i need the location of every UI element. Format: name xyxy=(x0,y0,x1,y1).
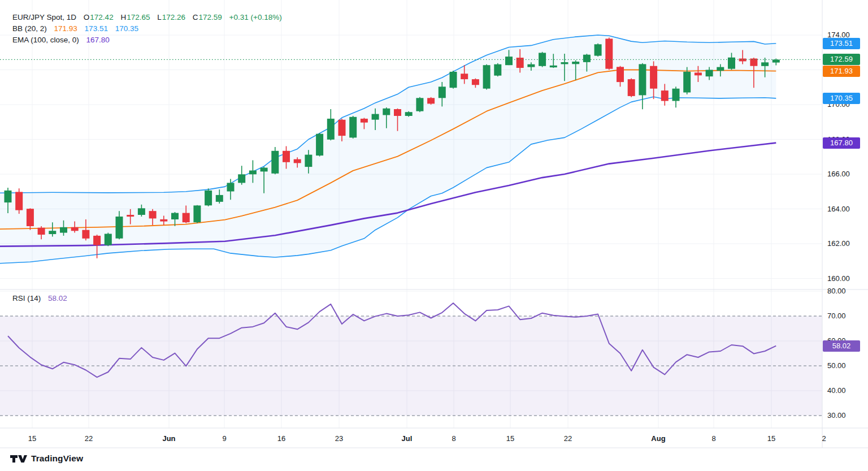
bb-basis-value: 171.93 xyxy=(54,24,77,33)
rsi-value: 58.02 xyxy=(48,294,67,303)
rsi-tick: 30.00 xyxy=(827,411,846,420)
ema-indicator-legend[interactable]: EMA (100, close, 0) 167.80 xyxy=(12,35,110,45)
time-label-15: 15 xyxy=(16,434,48,444)
time-label-8: 8 xyxy=(438,434,470,444)
price-tick: 162.00 xyxy=(827,239,850,248)
rsi-tick: 50.00 xyxy=(827,361,846,370)
change-value: +0.31 (+0.18%) xyxy=(229,13,282,21)
close-value: 172.59 xyxy=(199,13,222,21)
rsi-indicator-legend[interactable]: RSI (14) 58.02 xyxy=(12,293,67,304)
low-label: L xyxy=(157,13,162,21)
price-tick: 166.00 xyxy=(827,170,850,179)
price-badge-173.51: 173.51 xyxy=(823,38,860,49)
time-label-Jun: Jun xyxy=(153,434,185,444)
open-value: 172.42 xyxy=(90,13,113,21)
price-tick: 160.00 xyxy=(827,274,850,283)
price-tick: 164.00 xyxy=(827,205,850,214)
time-label-Aug: Aug xyxy=(643,434,674,444)
rsi-label: RSI (14) xyxy=(12,294,41,303)
close-label: C xyxy=(193,13,198,21)
time-label-15: 15 xyxy=(494,434,526,444)
low-value: 172.26 xyxy=(162,13,185,21)
rsi-pane xyxy=(0,303,822,416)
bb-upper-value: 173.51 xyxy=(85,24,108,33)
time-label-8: 8 xyxy=(698,434,730,444)
bb-label: BB (20, 2) xyxy=(12,24,47,33)
rsi-tick: 40.00 xyxy=(827,386,846,395)
ema-label: EMA (100, close, 0) xyxy=(12,36,79,44)
rsi-tick: 70.00 xyxy=(827,312,846,321)
time-label-Jul: Jul xyxy=(391,434,423,444)
time-label-23: 23 xyxy=(323,434,355,444)
tradingview-chart-window: EUR/JPY Spot, 1D O172.42 H172.65 L172.26… xyxy=(0,0,868,471)
price-badge-171.93: 171.93 xyxy=(823,66,860,77)
bb-indicator-legend[interactable]: BB (20, 2) 171.93 173.51 170.35 xyxy=(12,24,138,34)
symbol-legend[interactable]: EUR/JPY Spot, 1D O172.42 H172.65 L172.26… xyxy=(12,12,282,23)
time-label-22: 22 xyxy=(73,434,105,444)
rsi-tick: 80.00 xyxy=(827,287,846,296)
open-label: O xyxy=(84,13,90,21)
time-label-9: 9 xyxy=(209,434,240,444)
symbol-title: EUR/JPY Spot, 1D xyxy=(12,13,76,21)
time-label-15: 15 xyxy=(756,434,787,444)
ema-value: 167.80 xyxy=(86,36,110,44)
high-label: H xyxy=(120,13,126,21)
price-badge-170.35: 170.35 xyxy=(823,93,860,104)
bb-lower-value: 170.35 xyxy=(115,24,138,33)
price-badge-167.80: 167.80 xyxy=(823,137,860,149)
tradingview-logo-icon xyxy=(10,453,27,464)
branding[interactable]: TradingView xyxy=(10,453,83,464)
time-label-22: 22 xyxy=(552,434,584,444)
rsi-badge: 58.02 xyxy=(823,340,860,352)
time-label-16: 16 xyxy=(266,434,297,444)
high-value: 172.65 xyxy=(127,13,150,21)
branding-text: TradingView xyxy=(31,453,83,464)
price-badge-172.59: 172.59 xyxy=(823,54,860,65)
time-label-2: 2 xyxy=(808,434,840,444)
chart-canvas[interactable] xyxy=(0,0,868,471)
